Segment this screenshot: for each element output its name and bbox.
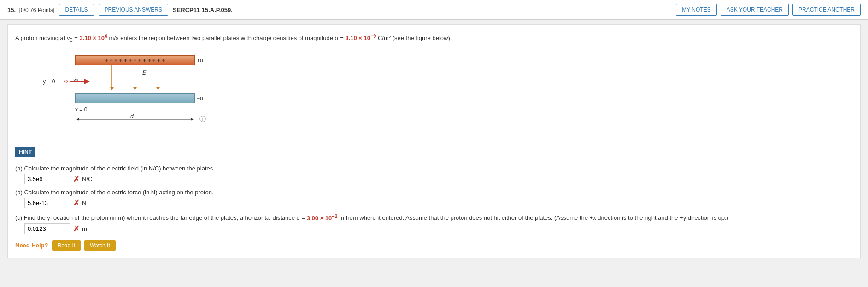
- svg-text:E⃗: E⃗: [142, 69, 147, 76]
- part-b: (b) Calculate the magnitude of the elect…: [15, 189, 853, 208]
- part-a-input[interactable]: [24, 174, 70, 184]
- negative-plate: — — — — — — — — — — —: [75, 93, 195, 103]
- part-a-label: (a) Calculate the magnitude of the elect…: [15, 165, 853, 172]
- part-b-wrong-mark: ✗: [73, 199, 79, 207]
- v0-arrow: v⃗₀: [70, 77, 93, 86]
- sigma-neg-label: −σ: [197, 95, 203, 101]
- part-c-wrong-mark: ✗: [73, 224, 79, 233]
- part-c-unit: m: [82, 225, 87, 232]
- part-c-input[interactable]: [24, 223, 70, 234]
- positive-plate: + + + + + + + + + + + + +: [75, 55, 195, 65]
- main-content: A proton moving at v0 = 3.10 × 106 m/s e…: [7, 24, 861, 258]
- x-d-labels: x = 0 d: [75, 106, 204, 125]
- part-a-answer-row: ✗ N/C: [24, 174, 853, 184]
- info-icon[interactable]: ⓘ: [199, 115, 206, 123]
- part-b-unit: N: [82, 199, 86, 206]
- svg-text:d: d: [130, 114, 134, 120]
- need-help-label: Need Help?: [15, 242, 48, 249]
- part-c-answer-row: ✗ m: [24, 223, 853, 234]
- top-bar-left: 15. [0/0.76 Points] DETAILS PREVIOUS ANS…: [7, 4, 233, 16]
- need-help-row: Need Help? Read It Watch It: [15, 240, 853, 251]
- part-b-label: (b) Calculate the magnitude of the elect…: [15, 189, 853, 196]
- part-c-label: (c) Find the y-location of the proton (i…: [15, 213, 853, 221]
- problem-statement: A proton moving at v0 = 3.10 × 106 m/s e…: [15, 32, 853, 44]
- y-label: y = 0 — v⃗₀: [43, 77, 93, 86]
- my-notes-button[interactable]: MY NOTES: [676, 4, 716, 16]
- details-button[interactable]: DETAILS: [59, 4, 94, 16]
- figure: + + + + + + + + + + + + + +σ E⃗ — — — — …: [43, 51, 246, 134]
- part-a: (a) Calculate the magnitude of the elect…: [15, 165, 853, 184]
- question-code: SERCP11 15.A.P.059.: [173, 6, 233, 13]
- part-c: (c) Find the y-location of the proton (i…: [15, 213, 853, 234]
- top-bar-right: MY NOTES ASK YOUR TEACHER PRACTICE ANOTH…: [676, 4, 861, 16]
- read-it-button[interactable]: Read It: [52, 240, 81, 251]
- watch-it-button[interactable]: Watch It: [84, 240, 116, 251]
- efield-svg: E⃗: [75, 65, 195, 93]
- svg-text:v⃗₀: v⃗₀: [73, 77, 78, 82]
- d-arrow-svg: d: [75, 114, 204, 125]
- part-a-unit: N/C: [82, 176, 92, 182]
- previous-answers-button[interactable]: PREVIOUS ANSWERS: [99, 4, 168, 16]
- hint-box[interactable]: HINT: [15, 147, 35, 157]
- part-b-input[interactable]: [24, 198, 70, 208]
- top-bar: 15. [0/0.76 Points] DETAILS PREVIOUS ANS…: [0, 0, 868, 20]
- part-a-wrong-mark: ✗: [73, 175, 79, 183]
- part-b-answer-row: ✗ N: [24, 198, 853, 208]
- question-number: 15. [0/0.76 Points]: [7, 6, 54, 13]
- sigma-pos-label: +σ: [197, 57, 203, 64]
- practice-another-button[interactable]: PRACTICE ANOTHER: [792, 4, 861, 16]
- ask-teacher-button[interactable]: ASK YOUR TEACHER: [721, 4, 789, 16]
